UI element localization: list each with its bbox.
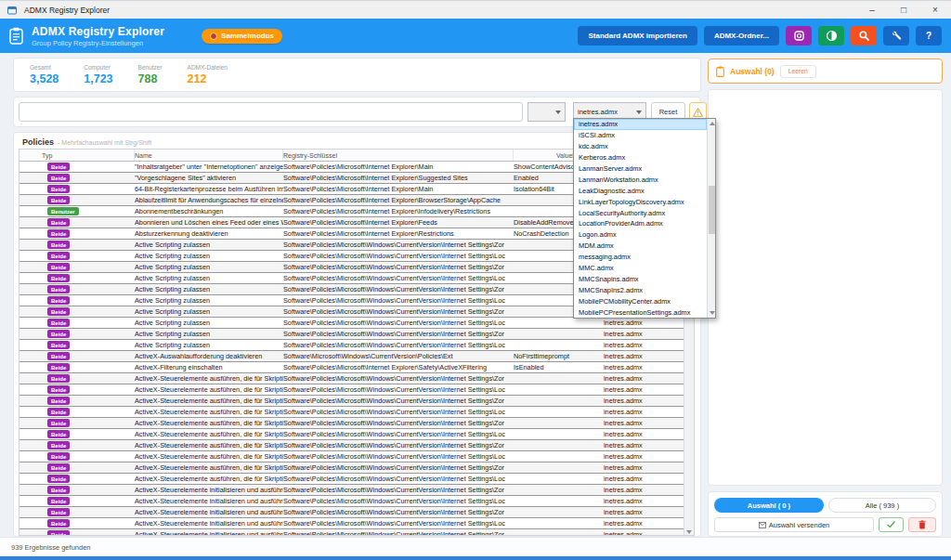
minimize-button[interactable]: – xyxy=(856,1,888,20)
registry-key: Software\Policies\Microsoft\Internet Exp… xyxy=(283,207,514,215)
table-row[interactable]: Beide Active Scripting zulassen Software… xyxy=(20,340,684,351)
table-row[interactable]: Beide ActiveX-Steuerelemente ausführen, … xyxy=(20,384,684,396)
dropdown-option[interactable]: MMCSnapIns2.admx xyxy=(574,284,707,295)
table-row[interactable]: Beide ActiveX-Steuerelemente ausführen, … xyxy=(20,396,684,407)
window-app-icon xyxy=(7,6,17,15)
policy-name: Active Scripting zulassen xyxy=(135,274,283,282)
clipboard-icon xyxy=(716,66,724,77)
table-row[interactable]: Beide ActiveX-Steuerelemente ausführen, … xyxy=(20,407,684,418)
type-badge: Beide xyxy=(47,274,70,282)
dropdown-option[interactable]: MMCSnapins.admx xyxy=(574,273,707,284)
search-tool-button[interactable] xyxy=(851,26,877,46)
dropdown-option[interactable]: LanmanServer.admx xyxy=(574,163,707,175)
policy-name: Absturzerkennung deaktivieren xyxy=(135,229,283,238)
table-row[interactable]: Beide ActiveX-Steuerelemente ausführen, … xyxy=(20,429,684,440)
contrast-icon xyxy=(826,30,838,42)
table-row[interactable]: Beide ActiveX-Filterung einschalten Soft… xyxy=(20,362,684,373)
table-row[interactable]: Beide ActiveX-Steuerelemente ausführen, … xyxy=(20,440,684,451)
send-selection-button[interactable]: Auswahl versenden xyxy=(714,517,874,532)
dropdown-option[interactable]: kdc.admx xyxy=(574,141,707,152)
admx-file: inetres.admx xyxy=(594,385,684,394)
stat-user: Benutzer 788 xyxy=(138,64,163,85)
selection-tab-button[interactable]: Auswahl ( 0 ) xyxy=(714,498,824,513)
registry-key: Software\Policies\Microsoft\Internet Exp… xyxy=(283,174,514,182)
type-badge: Beide xyxy=(47,408,70,416)
registry-key: Software\Policies\Microsoft\Windows\Curr… xyxy=(283,519,514,527)
table-row[interactable]: Beide Active Scripting zulassen Software… xyxy=(20,329,684,340)
registry-key: Software\Policies\Microsoft\Windows\Curr… xyxy=(283,319,514,327)
window-bottom-edge xyxy=(0,556,951,560)
table-row[interactable]: Beide Active Scripting zulassen Software… xyxy=(20,318,684,329)
type-badge: Beide xyxy=(47,330,70,338)
dropdown-option[interactable]: MMC.admx xyxy=(574,263,707,274)
dropdown-option[interactable]: MobilePCMobilityCenter.admx xyxy=(574,295,707,306)
dropdown-scrollbar-thumb[interactable] xyxy=(709,186,715,234)
trash-icon xyxy=(918,520,926,529)
policy-name: Active Scripting zulassen xyxy=(135,330,283,338)
dropdown-option[interactable]: LocalSecurityAuthority.admx xyxy=(574,207,707,218)
search-input[interactable] xyxy=(19,102,523,122)
registry-key: Software\Policies\Microsoft\Windows\Curr… xyxy=(283,475,514,483)
all-tab-button[interactable]: Alle ( 939 ) xyxy=(828,498,936,513)
admx-file: inetres.admx xyxy=(594,475,684,483)
table-row[interactable]: Beide ActiveX-Steuerelemente ausführen, … xyxy=(20,373,684,384)
dropdown-option[interactable]: Logon.admx xyxy=(574,229,707,241)
help-label: ? xyxy=(926,31,931,41)
app-header: ADMX Registry Explorer Group Policy Regi… xyxy=(0,19,951,53)
theme-toggle-button[interactable] xyxy=(818,26,844,46)
table-row[interactable]: Beide ActiveX-Steuerelemente ausführen, … xyxy=(20,451,684,462)
send-label: Auswahl versenden xyxy=(769,521,829,529)
collect-mode-label: Sammelmodus xyxy=(221,32,274,40)
dropdown-option[interactable]: MobilePCPresentationSettings.admx xyxy=(574,306,707,318)
table-row[interactable]: Beide ActiveX-Steuerelemente initialisie… xyxy=(20,529,684,536)
collect-mode-badge[interactable]: Sammelmodus xyxy=(202,29,282,44)
dropdown-option[interactable]: LeakDiagnostic.admx xyxy=(574,185,707,196)
stat-label: Gesamt xyxy=(30,64,59,71)
help-button[interactable]: ? xyxy=(916,26,942,46)
col-header-registry[interactable]: Registry-Schlüssel xyxy=(283,150,514,161)
dropdown-option[interactable]: iSCSI.admx xyxy=(574,130,707,141)
admx-folder-button[interactable]: ADMX-Ordner... xyxy=(704,26,779,46)
table-row[interactable]: Beide ActiveX-Steuerelemente initialisie… xyxy=(20,507,684,518)
scroll-down-icon[interactable] xyxy=(684,527,694,536)
close-button[interactable]: × xyxy=(919,1,951,20)
policy-name: "Inhaltsratgeber" unter "Internetoptione… xyxy=(135,163,283,171)
policy-name: ActiveX-Steuerelemente ausführen, die fü… xyxy=(135,408,283,416)
stat-total: Gesamt 3,528 xyxy=(30,64,59,85)
dropdown-option[interactable]: LinkLayerTopologyDiscovery.admx xyxy=(574,196,707,207)
policy-name: ActiveX-Auswahlaufforderung deaktivieren xyxy=(135,352,283,360)
selection-count: Auswahl (0) xyxy=(730,67,775,76)
clear-selection-button[interactable]: Leeren xyxy=(780,65,816,78)
import-standard-admx-button[interactable]: Standard ADMX importieren xyxy=(578,26,697,46)
table-row[interactable]: Beide ActiveX-Steuerelemente initialisie… xyxy=(20,485,684,496)
table-row[interactable]: Beide ActiveX-Steuerelemente ausführen, … xyxy=(20,418,684,429)
filter-dropdown[interactable] xyxy=(528,102,566,122)
registry-key: Software\Policies\Microsoft\Internet Exp… xyxy=(283,363,514,371)
snapshot-button[interactable] xyxy=(786,26,812,46)
dropdown-option[interactable]: LocationProviderAdm.admx xyxy=(574,218,707,229)
scroll-down-icon[interactable] xyxy=(708,308,717,318)
col-header-typ[interactable]: Typ xyxy=(20,150,135,161)
type-badge: Beide xyxy=(47,430,70,438)
dropdown-option[interactable]: MDM.admx xyxy=(574,241,707,252)
dropdown-scrollbar[interactable] xyxy=(707,119,715,318)
dropdown-option[interactable]: messaging.admx xyxy=(574,252,707,263)
delete-button[interactable] xyxy=(908,517,936,532)
table-row[interactable]: Beide ActiveX-Steuerelemente initialisie… xyxy=(20,496,684,507)
table-row[interactable]: Beide ActiveX-Steuerelemente ausführen, … xyxy=(20,474,684,485)
admx-file: inetres.admx xyxy=(594,519,684,527)
dropdown-option[interactable]: inetres.admx xyxy=(574,119,707,130)
policy-name: "Vorgeschlagene Sites" aktivieren xyxy=(135,174,283,182)
wrench-icon xyxy=(891,30,903,42)
dropdown-option[interactable]: Kerberos.admx xyxy=(574,152,707,163)
confirm-button[interactable] xyxy=(879,517,904,532)
tools-button[interactable] xyxy=(883,26,909,46)
dropdown-option[interactable]: LanmanWorkstation.admx xyxy=(574,174,707,185)
scroll-up-icon[interactable] xyxy=(708,119,717,128)
maximize-button[interactable]: □ xyxy=(888,1,919,20)
table-row[interactable]: Beide ActiveX-Steuerelemente initialisie… xyxy=(20,518,684,529)
type-badge: Beide xyxy=(47,397,70,405)
table-row[interactable]: Beide ActiveX-Auswahlaufforderung deakti… xyxy=(20,351,684,362)
col-header-name[interactable]: Name xyxy=(135,150,283,161)
table-row[interactable]: Beide ActiveX-Steuerelemente ausführen, … xyxy=(20,462,684,474)
